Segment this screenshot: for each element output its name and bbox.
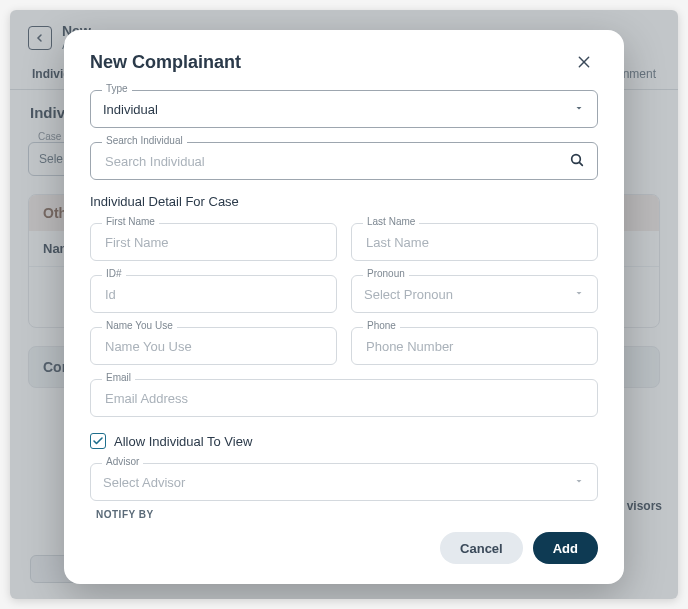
id-field[interactable] [103,286,324,303]
close-button[interactable] [570,48,598,76]
id-label: ID# [102,268,126,279]
new-complainant-modal: New Complainant Type Individual [64,30,624,584]
first-name-label: First Name [102,216,159,227]
first-name-field[interactable] [103,234,324,251]
phone-field[interactable] [364,338,585,355]
email-input[interactable] [90,379,598,417]
last-name-label: Last Name [363,216,419,227]
type-select[interactable]: Individual [90,90,598,128]
email-field[interactable] [103,390,585,407]
detail-heading: Individual Detail For Case [90,194,598,209]
allow-view-checkbox[interactable] [90,433,106,449]
nameuse-input[interactable] [90,327,337,365]
search-input-field[interactable] [103,153,569,170]
add-button[interactable]: Add [533,532,598,564]
search-individual-input[interactable] [90,142,598,180]
last-name-field[interactable] [364,234,585,251]
notify-by-label: NOTIFY BY [96,509,598,520]
close-icon [576,54,592,70]
caret-down-icon [573,287,585,302]
modal-title: New Complainant [90,52,241,73]
advisor-label: Advisor [102,456,143,467]
search-label: Search Individual [102,135,187,146]
caret-down-icon [573,102,585,117]
advisor-select[interactable]: Select Advisor [90,463,598,501]
type-label: Type [102,83,132,94]
first-name-input[interactable] [90,223,337,261]
id-input[interactable] [90,275,337,313]
phone-input[interactable] [351,327,598,365]
nameuse-field[interactable] [103,338,324,355]
cancel-button[interactable]: Cancel [440,532,523,564]
pronoun-select[interactable]: Select Pronoun [351,275,598,313]
phone-label: Phone [363,320,400,331]
search-icon [569,152,585,171]
modal-overlay: New Complainant Type Individual [10,10,678,599]
email-label: Email [102,372,135,383]
allow-view-label: Allow Individual To View [114,434,252,449]
pronoun-placeholder: Select Pronoun [364,287,573,302]
check-icon [92,435,104,447]
last-name-input[interactable] [351,223,598,261]
type-value: Individual [103,102,573,117]
caret-down-icon [573,475,585,490]
advisor-placeholder: Select Advisor [103,475,573,490]
pronoun-label: Pronoun [363,268,409,279]
nameuse-label: Name You Use [102,320,177,331]
